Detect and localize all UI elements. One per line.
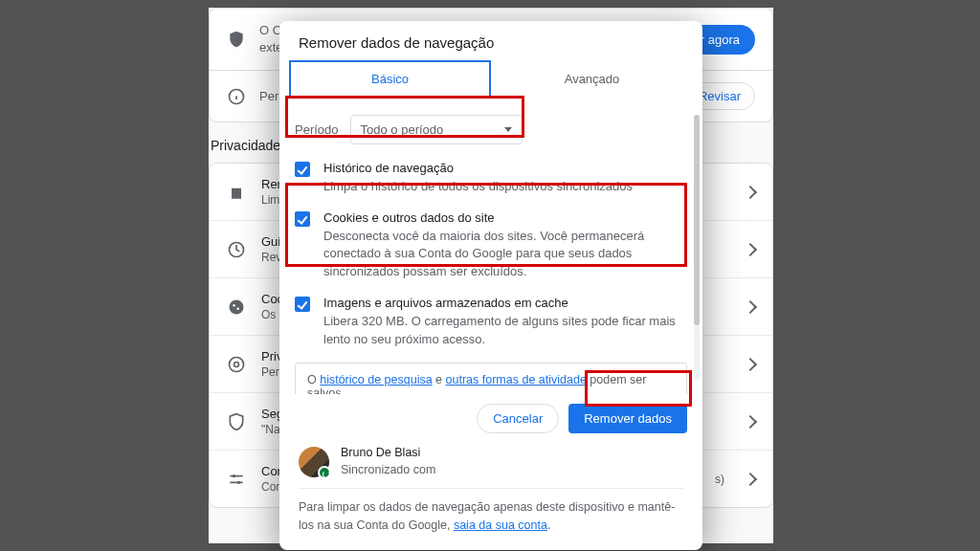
modal-body: Período Todo o período Histórico de nave… [279,98,702,394]
note-post: . [547,518,550,532]
profile-row: Bruno De Blasi Sincronizado com [279,445,702,488]
chevron-right-icon [744,186,757,199]
sync-badge-icon [318,466,331,479]
opt-desc: Limpa o histórico de todos os dispositiv… [323,178,633,196]
svg-point-5 [233,304,235,307]
tab-advanced[interactable]: Avançado [491,60,693,98]
trash-icon [227,183,246,202]
svg-point-7 [230,357,244,371]
option-cookies: Cookies e outros dados do site Desconect… [295,209,687,281]
link-search-history[interactable]: histórico de pesquisa [320,373,432,386]
chevron-right-icon [744,473,757,486]
option-history: Histórico de navegação Limpa o histórico… [295,160,687,196]
modal-title: Remover dados de navegação [279,21,702,60]
footer-pre: O [307,373,320,386]
chevron-right-icon [744,300,757,314]
profile-sync: Sincronizado com [341,462,435,479]
privacy-icon [227,355,246,374]
svg-point-4 [230,299,244,314]
clear-data-modal: Remover dados de navegação Básico Avança… [279,21,702,550]
checkbox-cache[interactable] [295,297,310,312]
checkbox-cookies[interactable] [295,211,310,227]
compass-icon [227,240,246,259]
opt-title: Cookies e outros dados do site [323,209,687,228]
period-value: Todo o período [361,122,444,137]
opt-title: Histórico de navegação [323,160,633,178]
opt-title: Imagens e arquivos armazenados em cache [323,295,687,313]
opt-desc: Desconecta você da maioria dos sites. Vo… [323,228,687,282]
cancel-button[interactable]: Cancelar [477,404,559,433]
svg-point-8 [234,362,239,366]
sliders-icon [227,470,246,489]
chevron-down-icon [504,127,512,132]
signout-link[interactable]: saia da sua conta [454,518,547,532]
checkbox-history[interactable] [295,162,310,177]
profile-name: Bruno De Blasi [341,445,435,462]
scrollbar[interactable] [694,115,700,381]
divider [299,488,683,489]
footer-mid: e [433,373,446,386]
tab-basic[interactable]: Básico [289,60,491,98]
security-icon [227,412,246,431]
chevron-right-icon [744,243,757,256]
scroll-thumb[interactable] [694,115,700,325]
chevron-right-icon [744,415,757,429]
footer-info: O histórico de pesquisa e outras formas … [295,363,687,394]
link-activity[interactable]: outras formas de atividade [446,373,587,386]
svg-point-6 [236,307,239,310]
info-icon [227,87,246,106]
option-cache: Imagens e arquivos armazenados em cache … [295,295,687,349]
cookie-icon [227,298,246,317]
opt-desc: Libera 320 MB. O carregamento de alguns … [323,313,687,349]
modal-actions: Cancelar Remover dados [279,394,702,445]
svg-point-9 [233,474,235,477]
shield-icon [227,30,246,49]
signout-note: Para limpar os dados de navegação apenas… [279,498,702,550]
period-label: Período [295,122,339,137]
chevron-right-icon [744,358,757,371]
tabs: Básico Avançado [279,60,702,98]
clear-button[interactable]: Remover dados [568,404,687,433]
avatar [299,447,329,477]
svg-point-10 [237,481,240,484]
period-select[interactable]: Todo o período [350,115,523,144]
trailing-text: s) [715,473,724,486]
